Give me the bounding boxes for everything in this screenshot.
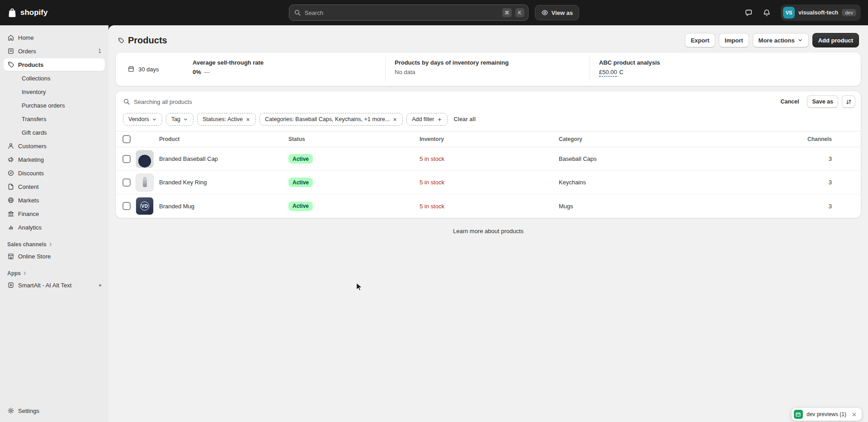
status-badge: Active <box>288 202 313 211</box>
product-name[interactable]: Branded Key Ring <box>159 179 288 186</box>
caret-down-icon <box>797 38 803 43</box>
export-button[interactable]: Export <box>685 33 715 47</box>
chevron-right-icon <box>48 242 53 247</box>
toast-close-button[interactable] <box>850 410 858 418</box>
sidebar-item-inventory[interactable]: Inventory <box>4 85 105 98</box>
learn-more-link[interactable]: Learn more about products <box>453 228 524 234</box>
product-name[interactable]: Branded Mug <box>159 203 288 210</box>
sidebar-item-settings[interactable]: Settings <box>4 404 105 417</box>
more-actions-label: More actions <box>759 37 795 44</box>
sidebar-item-online-store[interactable]: Online Store <box>4 250 105 263</box>
sidebar-label: Finance <box>18 211 39 217</box>
table-header: Product Status Inventory Category Channe… <box>116 131 861 147</box>
metric-value: No data <box>395 69 415 75</box>
sales-channels-header[interactable]: Sales channels <box>7 241 101 248</box>
table-row[interactable]: Branded Baseball Cap Active 5 in stock B… <box>116 147 861 171</box>
content-icon <box>7 183 14 190</box>
table-row[interactable]: Branded Key Ring Active 5 in stock Keych… <box>116 171 861 194</box>
add-filter-chip[interactable]: Add filter <box>406 113 447 126</box>
date-range-selector[interactable]: 30 days <box>116 52 184 86</box>
shopify-admin: shopify ⌘ K View as VS vi <box>0 0 868 422</box>
sidebar-item-collections[interactable]: Collections <box>4 72 105 84</box>
sidebar-item-products[interactable]: Products <box>4 58 105 71</box>
store-env-badge: dev <box>842 9 856 16</box>
sidebar-item-customers[interactable]: Customers <box>4 140 105 152</box>
sidebar-item-gift-cards[interactable]: Gift cards <box>4 126 105 139</box>
metric-inventory-days: Products by days of inventory remaining … <box>386 52 590 86</box>
row-checkbox[interactable] <box>123 178 131 187</box>
products-search-input[interactable] <box>134 98 772 105</box>
products-table-card: Cancel Save as Vendors Tag <box>116 91 861 218</box>
category-value: Mugs <box>559 203 797 210</box>
inventory-value: 5 in stock <box>420 203 559 210</box>
filter-chip-categories[interactable]: Categories: Baseball Caps, Keychains, +1… <box>259 113 403 126</box>
sidebar-item-purchase-orders[interactable]: Purchase orders <box>4 99 105 112</box>
status-badge: Active <box>288 178 313 187</box>
apps-header[interactable]: Apps <box>7 270 101 277</box>
shopify-logo[interactable]: shopify <box>7 8 47 18</box>
k-key: K <box>515 8 524 17</box>
notifications-button[interactable] <box>759 5 774 20</box>
sidebar-item-markets[interactable]: Markets <box>4 194 105 206</box>
clear-all-button[interactable]: Clear all <box>451 116 479 122</box>
sidebar-item-finance[interactable]: Finance <box>4 207 105 220</box>
sidebar-item-smartalt-app[interactable]: SmartAlt - AI Alt Text <box>4 279 105 291</box>
row-checkbox[interactable] <box>123 202 131 210</box>
sidebar-item-content[interactable]: Content <box>4 180 105 193</box>
inbox-button[interactable] <box>741 5 756 20</box>
dev-previews-toast[interactable]: dev previews (1) <box>792 408 862 421</box>
more-actions-button[interactable]: More actions <box>753 33 809 47</box>
caret-down-icon <box>152 117 157 122</box>
view-as-label: View as <box>552 9 573 16</box>
channels-value: 3 <box>797 179 861 186</box>
view-as-button[interactable]: View as <box>535 5 579 20</box>
sidebar-label: Content <box>18 183 39 190</box>
marketing-icon <box>7 156 14 163</box>
eye-icon <box>541 9 548 16</box>
close-icon <box>852 412 857 417</box>
metric-sell-through: Average sell-through rate 0%— <box>184 52 385 86</box>
sidebar-item-marketing[interactable]: Marketing <box>4 153 105 166</box>
sidebar-item-analytics[interactable]: Analytics <box>4 221 105 234</box>
select-all-checkbox[interactable] <box>123 135 131 143</box>
sidebar-label: Gift cards <box>22 129 47 136</box>
table-row[interactable]: VD Branded Mug Active 5 in stock Mugs 3 <box>116 194 861 218</box>
chevron-right-icon <box>22 271 28 276</box>
filter-chip-vendors[interactable]: Vendors <box>123 113 162 126</box>
metric-abc-analysis: ABC product analysis £50.00C <box>590 52 861 86</box>
chat-icon <box>745 9 753 17</box>
import-label: Import <box>725 37 743 44</box>
filter-chip-statuses[interactable]: Statuses: Active <box>197 113 256 126</box>
sort-button[interactable] <box>842 95 855 108</box>
sidebar-label: Inventory <box>22 89 46 95</box>
close-icon[interactable] <box>392 117 397 122</box>
dev-preview-icon <box>794 410 803 419</box>
close-icon[interactable] <box>245 117 250 122</box>
sidebar-item-orders[interactable]: Orders 1 <box>4 45 105 57</box>
sidebar-item-home[interactable]: Home <box>4 31 105 44</box>
sidebar-item-discounts[interactable]: Discounts <box>4 167 105 179</box>
cancel-button[interactable]: Cancel <box>776 96 803 108</box>
sidebar-label: Transfers <box>22 116 46 122</box>
product-name[interactable]: Branded Baseball Cap <box>159 155 288 162</box>
row-checkbox[interactable] <box>123 155 131 163</box>
brand-wordmark: shopify <box>20 8 47 17</box>
column-header-category: Category <box>559 136 797 142</box>
sidebar-label: Marketing <box>18 156 44 163</box>
products-icon <box>7 61 14 68</box>
analytics-icon <box>7 224 14 231</box>
sidebar-item-transfers[interactable]: Transfers <box>4 113 105 125</box>
discounts-icon <box>7 169 14 177</box>
inventory-value: 5 in stock <box>420 179 559 186</box>
global-search[interactable]: ⌘ K <box>289 5 528 21</box>
metric-value[interactable]: £50.00 <box>599 69 617 77</box>
store-profile-menu[interactable]: VS visualsoft-tech dev <box>781 5 861 21</box>
channels-value: 3 <box>797 155 861 162</box>
filter-chip-tag[interactable]: Tag <box>166 113 193 126</box>
add-product-button[interactable]: Add product <box>812 33 859 47</box>
app-update-dot <box>99 284 101 286</box>
sidebar-label: Markets <box>18 197 39 204</box>
import-button[interactable]: Import <box>719 33 749 47</box>
save-as-button[interactable]: Save as <box>807 95 838 108</box>
global-search-input[interactable] <box>305 9 499 16</box>
